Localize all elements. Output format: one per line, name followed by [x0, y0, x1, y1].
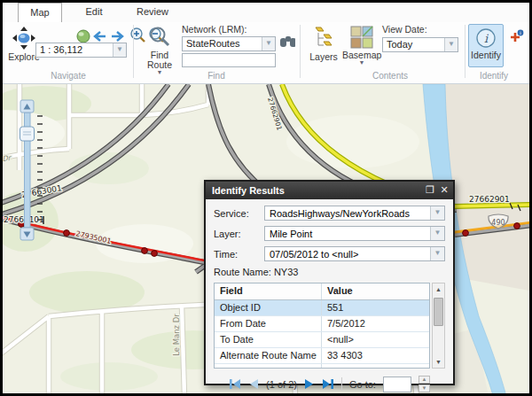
- page-indicator: (1 of 2): [266, 379, 297, 390]
- scale-dropdown-arrow[interactable]: ▼: [113, 43, 126, 57]
- spinner-down-button[interactable]: ▼: [419, 384, 430, 392]
- binoculars-icon[interactable]: [279, 33, 295, 49]
- maximize-icon[interactable]: ❐: [423, 182, 437, 199]
- tab-map-label: Map: [30, 7, 49, 18]
- route-name-value: NY33: [274, 267, 299, 277]
- identify-button[interactable]: i Identify: [468, 24, 504, 67]
- layer-label: Layer:: [214, 229, 264, 239]
- svg-text:490: 490: [491, 219, 505, 227]
- basemap-caret-icon: ▼: [342, 60, 381, 66]
- ribbon: Explore 1 : 36,112 ▼ Navigate: [3, 22, 529, 84]
- table-scrollbar[interactable]: ▲ ▼: [432, 283, 445, 369]
- identify-info-icon: i: [475, 27, 497, 49]
- explore-pan-icon: [12, 26, 36, 50]
- layer-field-row: Layer: Mile Point ▼: [214, 226, 445, 241]
- pager-divider: [341, 377, 342, 391]
- basemap-grid-icon: [350, 26, 373, 49]
- spinner-up-button[interactable]: ▲: [419, 376, 430, 384]
- column-header-value: Value: [322, 283, 429, 299]
- goto-spinner: ▲ ▼: [419, 376, 430, 392]
- find-route-magnifier-icon: [148, 26, 171, 49]
- scrollbar-up-arrow[interactable]: ▲: [433, 283, 444, 295]
- pagination-bar: (1 of 2) Go to: ▲ ▼: [214, 376, 445, 392]
- street-label: Le Manz Dr: [172, 314, 181, 356]
- route-name-row: Route Name: NY33: [214, 267, 445, 277]
- tab-map[interactable]: Map: [18, 3, 62, 22]
- attribute-table: Field Value Object ID 551 From Date 7/5/…: [214, 283, 430, 369]
- time-field-row: Time: 07/05/2012 to <null> ▼: [214, 246, 445, 261]
- scale-combobox[interactable]: 1 : 36,112 ▼: [35, 43, 127, 58]
- service-label: Service:: [214, 208, 264, 219]
- group-separator: [465, 25, 466, 78]
- network-combobox[interactable]: StateRoutes ▼: [182, 36, 276, 51]
- tab-edit[interactable]: Edit: [75, 3, 113, 22]
- time-value: 07/05/2012 to <null>: [270, 248, 358, 260]
- identify-label: Identify: [469, 50, 503, 60]
- network-dropdown-arrow[interactable]: ▼: [262, 37, 275, 50]
- view-date-dropdown-arrow[interactable]: ▼: [444, 38, 458, 51]
- service-value: RoadsHighways/NewYorkRoads: [270, 207, 410, 220]
- map-viewport[interactable]: 490 27663001 27663101 27935001 27662901 …: [3, 84, 529, 393]
- layer-dropdown-arrow[interactable]: ▼: [430, 227, 444, 240]
- group-label-find: Find: [181, 71, 252, 81]
- basemap-button[interactable]: Basemap ▼: [342, 26, 381, 66]
- time-dropdown-arrow[interactable]: ▼: [430, 247, 444, 260]
- group-label-navigate: Navigate: [33, 71, 104, 81]
- group-separator: [300, 25, 301, 78]
- route-input[interactable]: [182, 53, 276, 67]
- network-value: StateRoutes: [186, 37, 240, 50]
- add-identify-tool-icon[interactable]: i: [508, 29, 524, 45]
- layer-value: Mile Point: [270, 228, 312, 240]
- table-row[interactable]: Object ID 551: [215, 300, 429, 316]
- time-combobox[interactable]: 07/05/2012 to <null> ▼: [264, 246, 445, 261]
- route-label: 27662901: [469, 195, 510, 204]
- last-page-button[interactable]: [322, 378, 334, 390]
- goto-label: Go to:: [349, 379, 376, 390]
- tab-review[interactable]: Review: [129, 3, 176, 22]
- find-route-button[interactable]: Find Route ▼: [142, 26, 177, 75]
- route-name-label: Route Name:: [214, 267, 271, 277]
- view-date-label: View Date:: [382, 24, 427, 35]
- table-row[interactable]: To Date <null>: [215, 332, 429, 348]
- previous-page-button[interactable]: [248, 378, 259, 390]
- slider-thumb[interactable]: [20, 127, 35, 141]
- dialog-title-bar[interactable]: Identify Results ❐ ✕: [206, 182, 453, 199]
- group-label-contents: Contents: [355, 71, 426, 81]
- group-separator: [133, 25, 134, 78]
- tab-review-label: Review: [137, 6, 168, 17]
- first-page-button[interactable]: [229, 378, 241, 390]
- scale-value: 1 : 36,112: [40, 43, 82, 57]
- identify-results-dialog: Identify Results ❐ ✕ Service: RoadsHighw…: [204, 180, 455, 385]
- close-icon[interactable]: ✕: [437, 182, 451, 199]
- dialog-title: Identify Results: [212, 185, 285, 196]
- svg-text:i: i: [520, 30, 521, 35]
- layer-combobox[interactable]: Mile Point ▼: [264, 226, 445, 241]
- view-date-combobox[interactable]: Today ▼: [382, 37, 458, 52]
- goto-page-input[interactable]: [383, 377, 411, 392]
- service-field-row: Service: RoadsHighways/NewYorkRoads ▼: [214, 206, 445, 221]
- app-window: Map Edit Review Explore: [0, 0, 532, 396]
- table-row[interactable]: From Date 7/5/2012: [215, 316, 429, 332]
- layers-button[interactable]: Layers: [307, 26, 340, 62]
- table-header-row: Field Value: [215, 283, 429, 300]
- view-date-value: Today: [387, 38, 412, 51]
- layers-label: Layers: [307, 52, 340, 62]
- ribbon-tab-bar: Map Edit Review: [3, 3, 529, 22]
- time-label: Time:: [214, 249, 264, 260]
- service-dropdown-arrow[interactable]: ▼: [430, 206, 444, 220]
- group-label-identify: Identify: [458, 71, 529, 81]
- service-combobox[interactable]: RoadsHighways/NewYorkRoads ▼: [264, 206, 445, 221]
- scrollbar-down-arrow[interactable]: ▼: [433, 356, 444, 368]
- tab-edit-label: Edit: [86, 6, 103, 17]
- layers-tree-icon: [312, 26, 335, 50]
- next-page-button[interactable]: [304, 378, 315, 390]
- table-row[interactable]: Alternate Route Name 33 4303: [215, 348, 429, 364]
- table-row-partial: [215, 364, 429, 369]
- network-lrm-label: Network (LRM):: [182, 24, 247, 35]
- scrollbar-thumb[interactable]: [434, 298, 443, 326]
- column-header-field: Field: [215, 283, 322, 299]
- find-route-caret-icon: ▼: [142, 70, 177, 75]
